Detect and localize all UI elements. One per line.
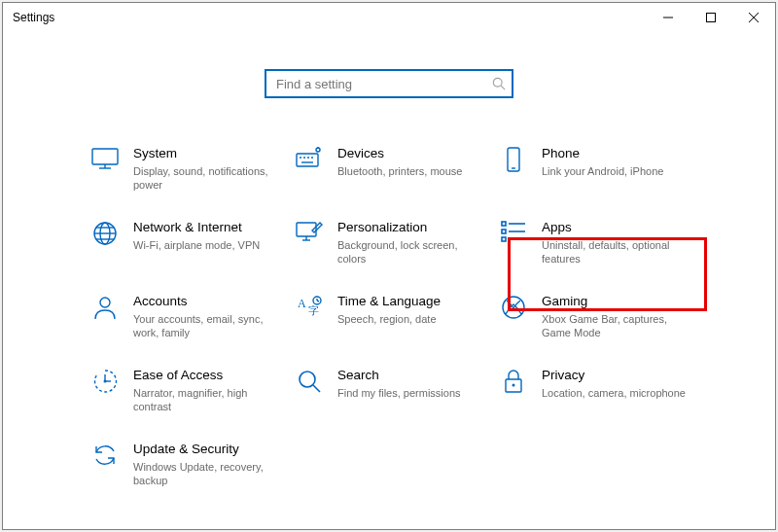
tile-apps[interactable]: Apps Uninstall, defaults, optional featu… xyxy=(497,209,701,283)
lock-icon xyxy=(497,367,530,402)
svg-line-38 xyxy=(317,301,319,301)
tile-gaming[interactable]: Gaming Xbox Game Bar, captures, Game Mod… xyxy=(497,283,701,357)
svg-text:字: 字 xyxy=(308,304,319,316)
tile-system[interactable]: System Display, sound, notifications, po… xyxy=(88,135,293,209)
tile-phone[interactable]: Phone Link your Android, iPhone xyxy=(497,135,701,209)
window-controls xyxy=(647,3,775,32)
svg-point-43 xyxy=(300,372,315,387)
svg-rect-27 xyxy=(502,222,506,226)
tile-devices[interactable]: Devices Bluetooth, printers, mouse xyxy=(293,135,497,209)
xbox-icon xyxy=(497,293,530,328)
tile-desc: Bluetooth, printers, mouse xyxy=(337,164,462,178)
tile-desc: Link your Android, iPhone xyxy=(542,164,663,178)
tile-title: Time & Language xyxy=(337,293,441,310)
svg-rect-29 xyxy=(502,230,506,233)
search-box[interactable] xyxy=(265,69,513,98)
window-title: Settings xyxy=(13,11,54,24)
search-container xyxy=(3,32,775,125)
svg-line-5 xyxy=(501,86,505,89)
tile-desc: Find my files, permissions xyxy=(337,386,461,400)
settings-window: Settings xyxy=(2,2,776,530)
search-input[interactable] xyxy=(274,76,492,92)
svg-text:A: A xyxy=(298,297,306,310)
tile-time[interactable]: A 字 Time & Language Speech, region, date xyxy=(293,283,497,357)
tile-desc: Your accounts, email, sync, work, family xyxy=(133,312,279,339)
tile-accounts[interactable]: Accounts Your accounts, email, sync, wor… xyxy=(88,283,293,357)
tile-title: Devices xyxy=(337,145,462,162)
search-icon xyxy=(492,77,506,90)
tile-update[interactable]: Update & Security Windows Update, recove… xyxy=(88,431,293,505)
tile-ease[interactable]: Ease of Access Narrator, magnifier, high… xyxy=(88,357,293,431)
svg-rect-9 xyxy=(297,154,318,166)
tile-desc: Wi-Fi, airplane mode, VPN xyxy=(133,238,260,252)
close-button[interactable] xyxy=(732,3,775,32)
sync-icon xyxy=(88,441,122,476)
tile-desc: Narrator, magnifier, high contrast xyxy=(133,386,279,413)
tile-desc: Display, sound, notifications, power xyxy=(133,164,279,192)
svg-rect-1 xyxy=(707,14,716,22)
tile-title: Phone xyxy=(542,145,663,162)
tile-title: System xyxy=(133,145,279,162)
globe-icon xyxy=(88,219,122,254)
content-area: System Display, sound, notifications, po… xyxy=(3,32,775,529)
minimize-button[interactable] xyxy=(647,3,690,32)
tile-title: Gaming xyxy=(542,293,688,310)
titlebar: Settings xyxy=(3,3,775,32)
tile-search[interactable]: Search Find my files, permissions xyxy=(293,357,497,431)
tile-network[interactable]: Network & Internet Wi-Fi, airplane mode,… xyxy=(88,209,293,283)
person-icon xyxy=(88,293,122,328)
language-icon: A 字 xyxy=(293,293,326,328)
ease-of-access-icon xyxy=(88,367,122,402)
tile-desc: Background, lock screen, colors xyxy=(337,238,483,266)
tile-desc: Windows Update, recovery, backup xyxy=(133,460,279,487)
settings-grid: System Display, sound, notifications, po… xyxy=(3,125,775,505)
tile-desc: Xbox Game Bar, captures, Game Mode xyxy=(542,312,688,339)
tile-desc: Uninstall, defaults, optional features xyxy=(542,238,688,266)
svg-point-4 xyxy=(493,78,502,87)
svg-rect-31 xyxy=(502,237,506,241)
svg-point-46 xyxy=(513,384,515,387)
maximize-button[interactable] xyxy=(690,3,732,32)
tile-title: Apps xyxy=(542,219,688,236)
tile-title: Search xyxy=(337,367,461,384)
tile-desc: Location, camera, microphone xyxy=(542,386,686,400)
svg-line-44 xyxy=(313,385,320,392)
tile-title: Personalization xyxy=(337,219,483,236)
paint-icon xyxy=(293,219,326,254)
apps-list-icon xyxy=(497,219,530,254)
tile-personalization[interactable]: Personalization Background, lock screen,… xyxy=(293,209,497,283)
tile-desc: Speech, region, date xyxy=(337,312,441,326)
svg-rect-6 xyxy=(92,149,118,164)
tile-title: Privacy xyxy=(542,367,686,384)
tile-title: Accounts xyxy=(133,293,279,310)
tile-privacy[interactable]: Privacy Location, camera, microphone xyxy=(497,357,701,431)
phone-icon xyxy=(497,145,530,180)
keyboard-icon xyxy=(293,145,326,180)
tile-title: Update & Security xyxy=(133,441,279,458)
magnify-icon xyxy=(293,367,326,402)
tile-title: Network & Internet xyxy=(133,219,260,236)
display-icon xyxy=(88,145,122,180)
svg-point-42 xyxy=(104,380,107,383)
tile-title: Ease of Access xyxy=(133,367,279,384)
svg-point-33 xyxy=(100,298,110,307)
